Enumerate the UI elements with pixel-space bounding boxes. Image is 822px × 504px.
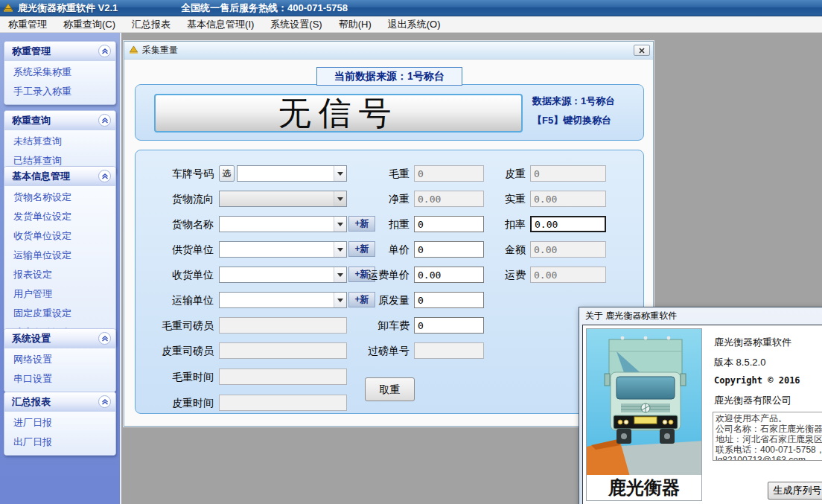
truck-image: 鹿光衡器: [586, 328, 702, 501]
goods-name-combo[interactable]: [219, 216, 347, 232]
f5-switch-hint: 【F5】键切换称台: [532, 114, 611, 127]
sidebar-section-weigh-query: 称重查询 未结算查询 已结算查询: [4, 110, 116, 174]
receiver-unit-label: 收货单位: [136, 267, 214, 283]
data-source-label: 数据来源：1号称台: [532, 95, 615, 108]
deduct-weight-label: 扣重: [329, 216, 410, 232]
menu-summary-report[interactable]: 汇总报表: [124, 16, 179, 33]
sidebar-item-manual-weigh[interactable]: 手工录入称重: [4, 82, 115, 101]
sidebar-section-basic-info: 基本信息管理 货物名称设定 发货单位设定 收货单位设定 运输单位设定 报表设定 …: [4, 166, 116, 346]
actual-weight-field: [530, 191, 606, 207]
section-title: 称重查询: [12, 114, 51, 127]
section-items: 系统采集称重 手工录入称重: [4, 61, 115, 104]
chevron-up-icon[interactable]: [98, 332, 111, 345]
receiver-unit-combo[interactable]: [219, 267, 347, 283]
tare-operator-field: [219, 342, 347, 359]
chevron-up-icon[interactable]: [98, 170, 111, 182]
freight-field: [530, 267, 606, 283]
ticket-number-label: 过磅单号: [329, 342, 410, 359]
supplier-unit-combo[interactable]: [219, 241, 347, 258]
deduct-rate-field[interactable]: [530, 216, 606, 232]
generate-serial-button[interactable]: 生成序列号: [768, 482, 822, 500]
menu-weigh-manage[interactable]: 称重管理: [0, 16, 55, 33]
about-product-name: 鹿光衡器称重软件: [714, 336, 791, 349]
select-plate-button[interactable]: 选: [219, 165, 235, 182]
amount-label: 金额: [471, 241, 526, 258]
sidebar-item-outbound-daily[interactable]: 出厂日报: [4, 433, 115, 452]
menu-weigh-query[interactable]: 称重查询(C): [55, 16, 124, 33]
window-titlebar: 采集重量: [124, 42, 653, 60]
about-version: 版本 8.5.2.0: [714, 356, 765, 369]
sidebar-item-goods-name[interactable]: 货物名称设定: [4, 188, 115, 207]
section-header-weigh-query[interactable]: 称重查询: [4, 111, 115, 130]
app-logo-icon: [3, 3, 13, 13]
sidebar-item-serial-settings[interactable]: 串口设置: [4, 369, 115, 389]
about-dialog: 关于 鹿光衡器称重软件: [579, 307, 822, 504]
chevron-up-icon[interactable]: [98, 114, 111, 127]
section-items: 货物名称设定 发货单位设定 收货单位设定 运输单位设定 报表设定 用户管理 固定…: [4, 186, 115, 345]
transport-unit-label: 运输单位: [136, 292, 214, 308]
sidebar-section-summary-report: 汇总报表 进厂日报 出厂日报: [4, 392, 116, 456]
window-close-button[interactable]: [634, 45, 650, 56]
chevron-up-icon[interactable]: [98, 45, 111, 57]
screen: 鹿光衡器称重软件 V2.1 全国统一售后服务热线：400-071-5758 称重…: [0, 0, 822, 504]
section-title: 称重管理: [12, 45, 51, 58]
freight-label: 运费: [471, 267, 526, 283]
section-title: 汇总报表: [12, 395, 51, 409]
sidebar-item-network-settings[interactable]: 网络设置: [4, 350, 115, 369]
sidebar-item-report-setting[interactable]: 报表设定: [4, 265, 115, 284]
truck-caption: 鹿光衡器: [587, 475, 701, 500]
original-qty-label: 原发量: [329, 292, 410, 308]
menubar: 称重管理 称重查询(C) 汇总报表 基本信息管理(I) 系统设置(S) 帮助(H…: [0, 16, 822, 33]
section-items: 网络设置 串口设置: [4, 348, 115, 392]
menu-basic-info[interactable]: 基本信息管理(I): [179, 16, 262, 33]
about-dialog-body: 鹿光衡器 鹿光衡器称重软件 版本 8.5.2.0 Copyright © 201…: [582, 325, 822, 504]
section-header-weigh-manage[interactable]: 称重管理: [4, 42, 115, 61]
sidebar-item-user-manage[interactable]: 用户管理: [4, 284, 115, 304]
deduct-rate-label: 扣率: [471, 216, 526, 232]
section-header-summary-report[interactable]: 汇总报表: [4, 392, 115, 412]
mdi-area: 采集重量 当前数据来源：1号称台 无信号 数据来源：1号称台 【F5】键切换称台…: [123, 33, 822, 504]
capture-weight-window: 采集重量 当前数据来源：1号称台 无信号 数据来源：1号称台 【F5】键切换称台…: [124, 41, 654, 427]
sidebar-item-system-weigh[interactable]: 系统采集称重: [4, 63, 115, 82]
original-qty-field[interactable]: [414, 292, 484, 308]
about-copyright: Copyright © 2016: [714, 375, 800, 386]
gross-operator-field: [219, 317, 347, 334]
sidebar-section-weigh-manage: 称重管理 系统采集称重 手工录入称重: [4, 41, 116, 105]
tare-weight-field: [530, 165, 606, 182]
goods-flow-label: 货物流向: [136, 191, 214, 207]
tare-weight-label: 皮重: [471, 165, 526, 182]
sidebar-item-transport-unit[interactable]: 运输单位设定: [4, 246, 115, 265]
about-dialog-title: 关于 鹿光衡器称重软件: [585, 310, 822, 322]
transport-unit-combo[interactable]: [219, 292, 347, 308]
sidebar-item-inbound-daily[interactable]: 进厂日报: [4, 413, 115, 433]
take-weight-button[interactable]: 取重: [365, 377, 415, 401]
about-info-box: 欢迎使用本产品。 公司名称：石家庄鹿光衡器有限公司。 地址：河北省石家庄鹿泉区石…: [713, 412, 822, 461]
section-items: 进厂日报 出厂日报: [4, 412, 115, 455]
sidebar-item-shipper-unit[interactable]: 发货单位设定: [4, 207, 115, 226]
section-header-basic-info[interactable]: 基本信息管理: [4, 167, 115, 186]
hotline-text: 全国统一售后服务热线：400-071-5758: [181, 0, 348, 16]
unit-price-label: 单价: [329, 241, 410, 258]
menu-help[interactable]: 帮助(H): [331, 16, 380, 33]
about-company: 鹿光衡器有限公司: [714, 394, 791, 407]
tare-time-label: 皮重时间: [136, 395, 214, 411]
sidebar-item-unsettled-query[interactable]: 未结算查询: [4, 132, 115, 151]
sidebar-item-fixed-tare[interactable]: 固定皮重设定: [4, 304, 115, 323]
plate-number-label: 车牌号码: [136, 165, 214, 182]
section-title: 系统设置: [12, 332, 51, 345]
ticket-number-field: [414, 342, 484, 359]
unload-fee-label: 卸车费: [329, 317, 410, 334]
weight-display: 无信号: [154, 94, 523, 133]
net-weight-label: 净重: [329, 191, 410, 207]
window-title: 采集重量: [142, 44, 634, 57]
unload-fee-field[interactable]: [414, 317, 484, 334]
section-header-system-settings[interactable]: 系统设置: [4, 329, 115, 348]
goods-flow-combo[interactable]: [219, 191, 347, 207]
sidebar-item-receiver-unit[interactable]: 收货单位设定: [4, 226, 115, 246]
menu-exit[interactable]: 退出系统(O): [380, 16, 449, 33]
gross-weight-label: 毛重: [329, 165, 410, 182]
chevron-up-icon[interactable]: [98, 395, 111, 408]
menu-system-settings[interactable]: 系统设置(S): [262, 16, 330, 33]
goods-name-label: 货物名称: [136, 216, 214, 232]
freight-price-label: 运费单价: [329, 267, 410, 283]
